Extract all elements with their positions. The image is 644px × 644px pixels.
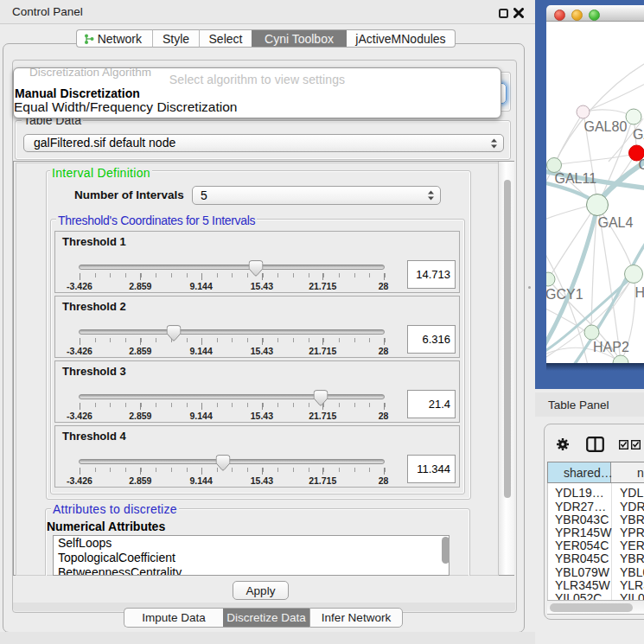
svg-text:C: C: [639, 157, 644, 172]
svg-text:H: H: [635, 285, 644, 300]
svg-text:GAL11: GAL11: [555, 171, 597, 186]
svg-text:GCY1: GCY1: [546, 287, 583, 302]
svg-text:HAP2: HAP2: [593, 340, 629, 354]
svg-text:GAL4: GAL4: [598, 215, 634, 230]
svg-text:GAL80: GAL80: [584, 119, 628, 134]
svg-text:GA: GA: [633, 127, 644, 142]
